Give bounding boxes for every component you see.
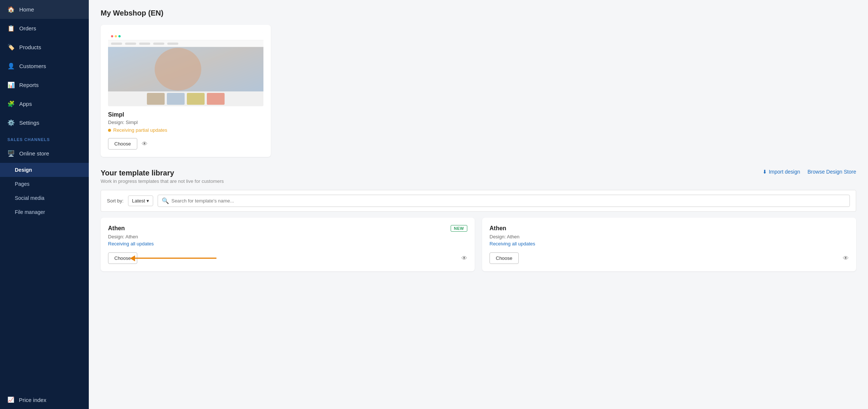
sidebar-item-customers[interactable]: 👤 Customers (0, 57, 89, 76)
theme-actions: Choose 👁 (108, 138, 263, 150)
sidebar-sub-item-social-media[interactable]: Social media (0, 191, 89, 205)
page-title: My Webshop (EN) (101, 9, 856, 17)
sort-select-value: Latest (132, 198, 145, 204)
theme-design: Design: Simpl (108, 120, 263, 125)
customers-icon: 👤 (7, 63, 15, 70)
sidebar-item-settings[interactable]: ⚙️ Settings (0, 113, 89, 132)
sidebar-item-online-store[interactable]: 🖥️ Online store (0, 144, 89, 163)
download-icon: ⬇ (763, 169, 767, 175)
nav-pill-5 (167, 43, 178, 45)
template-card-athen-2: Athen Design: Athen Receiving all update… (482, 218, 856, 271)
sidebar-item-customers-label: Customers (19, 63, 46, 69)
preview-thumb-1 (147, 93, 165, 105)
orders-icon: 📋 (7, 25, 15, 32)
sidebar-item-apps[interactable]: 🧩 Apps (0, 94, 89, 113)
template-card-1-preview-icon[interactable]: 👁 (461, 255, 467, 262)
sidebar-item-price-index-label: Price index (19, 397, 46, 403)
template-card-1-header: Athen NEW (108, 225, 467, 232)
template-card-2-header: Athen (489, 225, 849, 232)
status-dot (108, 129, 111, 132)
products-icon: 🏷️ (7, 44, 15, 51)
search-input-wrap: 🔍 (158, 195, 850, 207)
dot-green (118, 35, 121, 37)
sidebar-sub-item-pages-label: Pages (15, 181, 30, 187)
import-design-link[interactable]: ⬇ Import design (763, 169, 800, 175)
sidebar-item-price-index[interactable]: 📈 Price index (0, 390, 89, 409)
template-card-2-name: Athen (489, 225, 506, 232)
template-card-1-name: Athen (108, 225, 125, 232)
sales-channels-section-label: SALES CHANNELS (0, 132, 89, 144)
nav-pill-2 (125, 43, 136, 45)
preview-thumb-2 (167, 93, 185, 105)
library-title: Your template library (101, 169, 224, 177)
sidebar-item-online-store-label: Online store (19, 150, 49, 157)
apps-icon: 🧩 (7, 100, 15, 107)
template-card-1-design: Design: Athen (108, 234, 467, 239)
sidebar-sub-item-design[interactable]: Design (0, 163, 89, 177)
arrow-head (130, 255, 135, 261)
theme-preview (108, 32, 263, 106)
template-card-1-badge: NEW (451, 225, 467, 232)
current-theme-preview-icon[interactable]: 👁 (142, 141, 148, 147)
online-store-icon: 🖥️ (7, 150, 15, 157)
arrow-line (135, 258, 216, 259)
sidebar-item-orders[interactable]: 📋 Orders (0, 19, 89, 38)
dot-red (111, 35, 113, 37)
sidebar-item-home-label: Home (19, 6, 34, 13)
sidebar-item-products-label: Products (19, 44, 41, 50)
template-card-2-preview-icon[interactable]: 👁 (843, 255, 849, 262)
preview-top-bar (108, 32, 263, 40)
browse-design-store-label: Browse Design Store (807, 169, 856, 175)
sidebar-item-home[interactable]: 🏠 Home (0, 0, 89, 19)
search-icon: 🔍 (162, 197, 169, 204)
current-theme-choose-button[interactable]: Choose (108, 138, 137, 150)
theme-name: Simpl (108, 111, 263, 118)
import-design-label: Import design (769, 169, 800, 175)
price-index-icon: 📈 (7, 396, 14, 403)
sidebar-item-products[interactable]: 🏷️ Products (0, 38, 89, 57)
search-input[interactable] (171, 198, 846, 204)
preview-nav (108, 40, 263, 47)
sidebar-item-reports-label: Reports (19, 82, 39, 88)
template-grid: Athen NEW Design: Athen Receiving all up… (101, 218, 856, 271)
template-card-2-design: Design: Athen (489, 234, 849, 239)
sidebar-item-reports[interactable]: 📊 Reports (0, 76, 89, 94)
main-content: My Webshop (EN) (89, 0, 868, 409)
template-card-1-updates: Receiving all updates (108, 241, 467, 247)
nav-pill-4 (153, 43, 164, 45)
sort-select[interactable]: Latest ▾ (128, 195, 153, 206)
browse-design-store-link[interactable]: Browse Design Store (807, 169, 856, 175)
library-header: Your template library Work in progress t… (101, 169, 856, 184)
sort-by-label: Sort by: (107, 198, 124, 204)
template-card-athen-1: Athen NEW Design: Athen Receiving all up… (101, 218, 475, 271)
theme-status-text: Receiving partial updates (113, 127, 167, 133)
template-card-2-choose-button[interactable]: Choose (489, 252, 519, 264)
theme-status: Receiving partial updates (108, 127, 263, 133)
nav-pill-3 (139, 43, 150, 45)
sidebar-item-apps-label: Apps (19, 101, 32, 107)
library-header-left: Your template library Work in progress t… (101, 169, 224, 184)
filter-bar: Sort by: Latest ▾ 🔍 (101, 190, 856, 212)
arrow-annotation (130, 255, 216, 261)
preview-bottom (108, 91, 263, 106)
library-actions: ⬇ Import design Browse Design Store (763, 169, 856, 175)
template-card-2-footer: Choose 👁 (489, 252, 849, 264)
preview-hero (108, 47, 263, 91)
sidebar-item-orders-label: Orders (19, 25, 36, 31)
settings-icon: ⚙️ (7, 119, 15, 126)
hero-overlay-img (108, 47, 263, 91)
sidebar-sub-item-file-manager-label: File manager (15, 209, 45, 215)
home-icon: 🏠 (7, 6, 15, 13)
sidebar-sub-item-social-media-label: Social media (15, 195, 44, 201)
current-theme-card: Simpl Design: Simpl Receiving partial up… (101, 25, 271, 157)
nav-pill-1 (111, 43, 122, 45)
preview-thumb-4 (207, 93, 225, 105)
preview-thumb-3 (187, 93, 205, 105)
sidebar-item-settings-label: Settings (19, 120, 39, 126)
sidebar-sub-item-design-label: Design (15, 167, 32, 173)
dot-yellow (115, 35, 117, 37)
sidebar: 🏠 Home 📋 Orders 🏷️ Products 👤 Customers … (0, 0, 89, 409)
template-card-1-footer: Choose 👁 (108, 252, 467, 264)
sidebar-sub-item-pages[interactable]: Pages (0, 177, 89, 191)
sidebar-sub-item-file-manager[interactable]: File manager (0, 205, 89, 219)
